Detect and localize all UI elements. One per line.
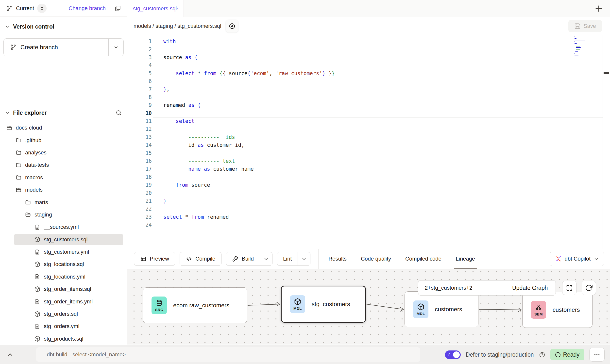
tab-compiled-code[interactable]: Compiled code [405, 249, 441, 269]
defer-toggle[interactable]: ✓ [445, 350, 461, 359]
code-line-6[interactable]: 6 [127, 77, 610, 85]
tree-item-stg-customers-yml[interactable]: stg_customers.yml [0, 246, 127, 258]
code-line-21[interactable]: 21) [127, 197, 610, 205]
code-line-5[interactable]: 5 select * from {{ source('ecom', 'raw_c… [127, 69, 610, 77]
copy-icon[interactable] [114, 5, 121, 12]
build-button[interactable]: Build [226, 252, 272, 266]
main-area: stg_customers.sql models / staging / stg… [127, 0, 610, 345]
code-line-8[interactable]: 8 [127, 93, 610, 101]
editor-scrollbar[interactable] [603, 35, 610, 249]
tree-item-github[interactable]: .github [0, 134, 127, 146]
code-line-23[interactable]: 23select * from renamed [127, 213, 610, 221]
minimap-line [575, 51, 578, 52]
code-line-20[interactable]: 20 [127, 189, 610, 197]
lint-button[interactable]: Lint [277, 252, 310, 266]
build-dropdown[interactable] [260, 252, 272, 265]
tree-item-marts[interactable]: marts [0, 196, 127, 208]
tab-stg-customers-sql[interactable]: stg_customers.sql [127, 0, 184, 17]
tree-item-stg-products-sql[interactable]: stg_products.sql [0, 333, 127, 345]
line-number: 24 [127, 222, 152, 228]
scrollbar-thumb[interactable] [604, 72, 609, 74]
code-line-12[interactable]: 12 [127, 125, 610, 133]
minimap[interactable] [575, 36, 589, 56]
tree-item-stg-order-items-sql[interactable]: stg_order_items.sql [0, 283, 127, 295]
code-line-1[interactable]: 1with [127, 37, 610, 45]
code-line-15[interactable]: 15 [127, 149, 610, 157]
tree-item-stg-customers-sql[interactable]: stg_customers.sql [0, 233, 127, 246]
code-line-18[interactable]: 18 [127, 173, 610, 181]
chevron-up-icon[interactable] [6, 351, 14, 358]
tree-item-macros[interactable]: macros [0, 171, 127, 184]
status-label: Ready [563, 351, 579, 358]
code-line-13[interactable]: 13 ---------- ids [127, 133, 610, 141]
code-line-10[interactable]: 10 [127, 109, 610, 117]
more-menu-button[interactable] [589, 348, 605, 362]
open-in-explore-button[interactable] [226, 20, 238, 33]
refresh-button[interactable] [582, 281, 596, 295]
line-number: 17 [127, 166, 152, 172]
line-number: 20 [127, 190, 152, 196]
lineage-node-sem-customers[interactable]: SEMcustomers [522, 292, 593, 328]
code-line-7[interactable]: 7), [127, 85, 610, 93]
compile-button[interactable]: Compile [180, 252, 221, 266]
file-explorer-header[interactable]: File explorer [0, 105, 127, 120]
tab-code-quality[interactable]: Code quality [361, 249, 391, 269]
tree-item-stg-orders-sql[interactable]: stg_orders.sql [0, 308, 127, 320]
minimap-line [576, 50, 581, 50]
tree-item-stg-order-items-yml[interactable]: stg_order_items.yml [0, 295, 127, 308]
code-line-2[interactable]: 2 [127, 45, 610, 53]
close-icon[interactable] [177, 6, 179, 11]
line-content: ---------- text [152, 158, 235, 164]
tree-item-label: stg_order_items.yml [44, 298, 93, 305]
version-control-header[interactable]: Version control [0, 21, 127, 32]
minimap-line [575, 40, 585, 40]
code-line-24[interactable]: 24 [127, 221, 610, 229]
code-editor[interactable]: 1with23source as (45 select * from {{ so… [127, 35, 610, 249]
lint-dropdown[interactable] [298, 252, 310, 265]
code-line-9[interactable]: 9renamed as ( [127, 101, 610, 109]
tab-lineage[interactable]: Lineage [456, 249, 475, 269]
tree-item-analyses[interactable]: analyses [0, 147, 127, 159]
node-type-label: SEM [534, 312, 543, 316]
folder-open-icon [16, 187, 22, 193]
tree-item-sources-yml[interactable]: __sources.yml [0, 221, 127, 233]
lineage-node-mdl-stg-customers[interactable]: MDLstg_customers [281, 286, 366, 323]
lineage-node-src-ecom-raw-customers[interactable]: SRCecom.raw_customers [143, 287, 247, 323]
lineage-filter-input[interactable]: 2+stg_customers+2 [418, 281, 504, 295]
code-line-14[interactable]: 14 id as customer_id, [127, 141, 610, 149]
lineage-node-mdl-customers[interactable]: MDLcustomers [405, 291, 478, 327]
tree-item-data-tests[interactable]: data-tests [0, 159, 127, 171]
dbt-copilot-button[interactable]: dbt Copilot [550, 252, 604, 266]
command-input[interactable]: dbt build --select <model_name> [36, 347, 420, 362]
code-line-22[interactable]: 22 [127, 205, 610, 213]
change-branch-link[interactable]: Change branch [69, 5, 106, 12]
status-bar: dbt build --select <model_name> ✓ Defer … [0, 345, 610, 364]
help-icon[interactable] [539, 351, 545, 358]
minimap-line [575, 46, 577, 46]
tree-item-staging[interactable]: staging [0, 209, 127, 221]
code-line-19[interactable]: 19 from source [127, 181, 610, 189]
tree-item-docs-cloud[interactable]: docs-cloud [0, 122, 127, 134]
code-line-3[interactable]: 3source as ( [127, 53, 610, 61]
fullscreen-button[interactable] [562, 281, 576, 295]
code-line-16[interactable]: 16 ---------- text [127, 157, 610, 165]
lineage-panel[interactable]: 2+stg_customers+2 Update Graph SRCecom.r… [127, 269, 610, 345]
preview-button[interactable]: Preview [134, 252, 175, 266]
minimap-line [575, 56, 577, 56]
plus-icon[interactable] [594, 4, 603, 13]
create-branch-button[interactable]: Create branch [3, 38, 124, 56]
create-branch-dropdown[interactable] [109, 45, 123, 50]
save-button[interactable]: Save [568, 20, 602, 32]
code-line-17[interactable]: 17 name as customer_name [127, 165, 610, 173]
tree-item-models[interactable]: models [0, 184, 127, 196]
tab-results[interactable]: Results [328, 249, 346, 269]
tree-item-stg-locations-yml[interactable]: stg_locations.yml [0, 271, 127, 283]
minimap-line [575, 51, 577, 51]
code-line-11[interactable]: 11 select [127, 117, 610, 125]
tree-item-stg-locations-sql[interactable]: stg_locations.sql [0, 258, 127, 270]
tree-item-label: models [25, 187, 43, 193]
search-icon[interactable] [115, 109, 122, 116]
update-graph-button[interactable]: Update Graph [504, 281, 556, 295]
tree-item-stg-orders-yml[interactable]: stg_orders.yml [0, 320, 127, 332]
code-line-4[interactable]: 4 [127, 61, 610, 69]
